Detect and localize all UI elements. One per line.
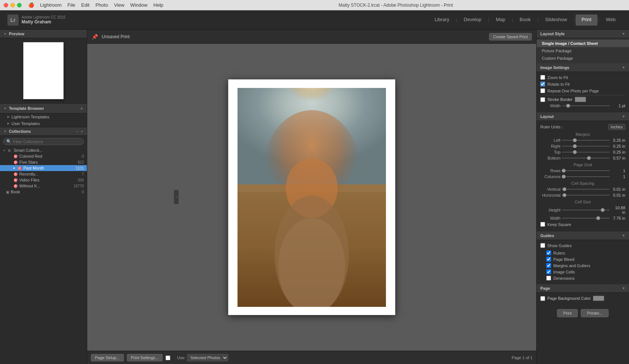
add-collection-button[interactable]: +	[81, 129, 83, 134]
collections-buttons[interactable]: − +	[76, 129, 83, 134]
vertical-spacing-slider[interactable]	[562, 189, 610, 190]
menu-help[interactable]: Help	[153, 2, 163, 8]
print-settings-button[interactable]: Print Settings...	[127, 354, 163, 361]
image-cells-guide[interactable]: Image Cells	[540, 269, 625, 275]
vertical-spacing-val: 0.01 in	[611, 187, 625, 191]
cols-slider[interactable]	[562, 176, 610, 177]
ruler-units-value[interactable]: Inches	[608, 124, 625, 130]
coll-five-stars[interactable]: 🎯 Five Stars 922	[0, 159, 87, 165]
coll-colored-red[interactable]: 🎯 Colored Red 0	[0, 153, 87, 159]
rulers-checkbox[interactable]	[546, 250, 551, 255]
close-button[interactable]	[4, 3, 8, 7]
nav-develop[interactable]: Develop	[458, 14, 488, 26]
print-toolbar: 📌 Unsaved Print Create Saved Print	[87, 30, 536, 44]
horizontal-spacing-slider[interactable]	[562, 195, 610, 196]
page-setup-button[interactable]: Page Setup...	[91, 354, 124, 361]
left-margin-slider[interactable]	[562, 140, 610, 141]
nav-book[interactable]: Book	[514, 14, 537, 26]
keep-square-row[interactable]: Keep Square	[540, 222, 625, 227]
use-select-group[interactable]: Use: Selected Photos	[177, 354, 228, 361]
image-settings-header[interactable]: Image Settings ▼	[537, 63, 629, 72]
dimensions-guide[interactable]: Dimensions	[540, 275, 625, 281]
printer-button[interactable]: Printer...	[581, 309, 609, 317]
page-header[interactable]: Page ▼	[537, 284, 629, 293]
nav-map[interactable]: Map	[490, 14, 511, 26]
menu-lightroom[interactable]: Lightroom	[40, 2, 62, 8]
keep-square-checkbox[interactable]	[540, 222, 545, 227]
ruler-units-row: Ruler Units : Inches	[540, 124, 625, 130]
margins-gutters-guide[interactable]: Margins and Gutters	[540, 262, 625, 269]
rows-slider[interactable]	[562, 170, 610, 171]
menu-file[interactable]: File	[68, 2, 75, 8]
bottom-margin-slider[interactable]	[562, 158, 610, 158]
minimize-button[interactable]	[10, 3, 15, 7]
menu-photo[interactable]: Photo	[95, 2, 108, 8]
margins-gutters-checkbox[interactable]	[546, 263, 551, 268]
coll-video-files[interactable]: 🎯 Video Files 206	[0, 177, 87, 183]
ls-custom-package[interactable]: Custom Package	[537, 55, 629, 62]
menu-apple[interactable]: 🍎	[28, 2, 34, 8]
menu-edit[interactable]: Edit	[81, 2, 89, 8]
stroke-border-row[interactable]: Stroke Border	[540, 97, 625, 102]
cell-width-slider[interactable]	[562, 218, 610, 219]
create-saved-print-button[interactable]: Create Saved Print	[489, 33, 532, 40]
layout-style-header[interactable]: Layout Style ▼	[537, 30, 629, 38]
maximize-button[interactable]	[17, 3, 22, 7]
nav-slideshow[interactable]: Slideshow	[539, 14, 573, 26]
show-guides-row[interactable]: Show Guides	[540, 243, 625, 248]
template-browser-header[interactable]: Template Browser +	[0, 103, 87, 114]
zoom-to-fit-checkbox[interactable]	[540, 75, 545, 80]
top-margin-slider[interactable]	[562, 152, 610, 153]
ls-single-image[interactable]: Single Image / Contact Sheet	[537, 40, 629, 47]
nav-tabs[interactable]: Library | Develop | Map | Book | Slidesh…	[429, 14, 622, 26]
collections-header[interactable]: Collections − +	[0, 127, 87, 136]
menu-view[interactable]: View	[114, 2, 124, 8]
mac-menu[interactable]: 🍎 Lightroom File Edit Photo View Window …	[28, 2, 163, 8]
left-panel-collapse[interactable]: ‹	[174, 190, 179, 204]
coll-without-k[interactable]: 🎯 Without K... 16770	[0, 183, 87, 189]
rulers-guide[interactable]: Rulers	[540, 250, 625, 256]
remove-collection-button[interactable]: −	[76, 129, 78, 134]
coll-recently[interactable]: 🎯 Recently... 7	[0, 171, 87, 177]
stroke-color-swatch[interactable]	[575, 97, 586, 102]
page-bg-color-swatch[interactable]	[593, 296, 604, 301]
repeat-one-photo-row[interactable]: Repeat One Photo per Page	[540, 88, 625, 93]
coll-book[interactable]: ▣ Book 0	[0, 189, 87, 195]
page-bleed-guide[interactable]: Page Bleed	[540, 256, 625, 262]
stroke-border-checkbox[interactable]	[540, 97, 545, 102]
use-select[interactable]: Selected Photos	[187, 354, 228, 361]
zoom-to-fit-row[interactable]: Zoom to Fit	[540, 75, 625, 80]
guides-header[interactable]: Guides ▼	[537, 232, 629, 240]
preview-header[interactable]: Preview	[0, 30, 87, 38]
cell-height-slider[interactable]	[562, 210, 610, 210]
search-input[interactable]	[13, 140, 81, 144]
page-bg-color-row[interactable]: Page Background Color	[540, 296, 625, 301]
page-bleed-checkbox[interactable]	[546, 257, 551, 262]
layout-header[interactable]: Layout ▼	[537, 112, 629, 121]
dimensions-checkbox[interactable]	[546, 276, 551, 281]
repeat-one-photo-checkbox[interactable]	[540, 88, 545, 93]
image-cells-checkbox[interactable]	[546, 269, 551, 274]
stroke-width-slider[interactable]	[562, 105, 610, 106]
nav-print[interactable]: Print	[576, 14, 597, 26]
smart-collections-parent[interactable]: ▼ ⊞ Smart Collecti...	[0, 147, 87, 153]
rotate-to-fit-row[interactable]: Rotate to Fit	[540, 82, 625, 86]
rotate-to-fit-checkbox[interactable]	[540, 82, 545, 86]
coll-past-month[interactable]: ▶ 🎯 Past Month 1101	[0, 165, 87, 171]
window-controls[interactable]	[4, 3, 22, 7]
smart-coll-icon: ⊞	[8, 148, 11, 153]
menu-window[interactable]: Window	[130, 2, 147, 8]
collections-search[interactable]: 🔍	[3, 138, 84, 145]
add-template-button[interactable]: +	[80, 105, 83, 111]
ls-picture-package[interactable]: Picture Package	[537, 47, 629, 55]
print-button[interactable]: Print	[557, 309, 578, 317]
nav-web[interactable]: Web	[600, 14, 622, 26]
user-templates-item[interactable]: ▶ User Templates	[0, 120, 87, 127]
nav-library[interactable]: Library	[429, 14, 455, 26]
show-guides-checkbox[interactable]	[540, 243, 545, 248]
lightroom-templates-item[interactable]: ▶ Lightroom Templates	[0, 114, 87, 120]
use-checkbox[interactable]	[166, 355, 170, 360]
page-grid-title: Page Grid	[540, 163, 625, 167]
page-bg-color-checkbox[interactable]	[540, 296, 545, 301]
right-margin-slider[interactable]	[562, 146, 610, 147]
